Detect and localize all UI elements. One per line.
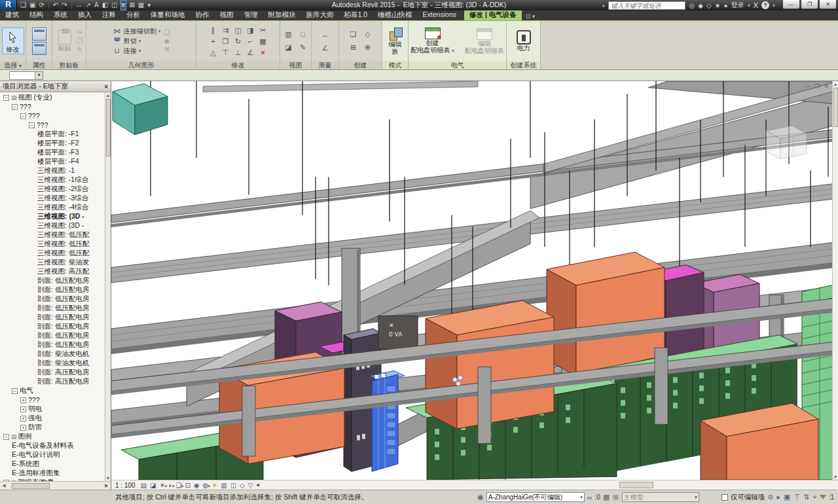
- tab-5[interactable]: 注释: [97, 10, 121, 20]
- show-crop-icon[interactable]: ⊡: [185, 481, 190, 490]
- tree-item[interactable]: 三维视图: 高压配: [0, 267, 105, 276]
- visibility-icon[interactable]: ▥: [282, 29, 295, 41]
- section-icon[interactable]: ◫: [111, 1, 118, 10]
- edit-panel-schedule-button[interactable]: 编辑 配电盘明细表: [462, 27, 507, 56]
- tree-item[interactable]: E-电气设备及材料表: [0, 441, 105, 450]
- tree-item[interactable]: −???: [0, 111, 105, 120]
- tree-item[interactable]: +强电: [0, 414, 105, 423]
- panel-label-create-systems[interactable]: 创建系统: [507, 61, 540, 69]
- view-3d-icon[interactable]: ◧: [101, 1, 109, 10]
- tree-item[interactable]: 楼层平面: -F4: [0, 157, 105, 166]
- match-type-icon[interactable]: ✎: [77, 46, 83, 53]
- panel-label-electrical[interactable]: 电气: [409, 61, 506, 69]
- search-icon[interactable]: ◎: [689, 2, 695, 9]
- tree-item[interactable]: E-选用标准图集: [0, 469, 105, 478]
- tree-item[interactable]: 剖面: 低压配电房: [0, 295, 105, 304]
- tree-item[interactable]: 剖面: 低压配电房: [0, 304, 105, 313]
- join-end-cut-button[interactable]: ⋈连接端切割▾: [113, 27, 161, 36]
- tab-11[interactable]: 附加模块: [263, 10, 301, 20]
- open-icon[interactable]: ❏: [20, 1, 27, 10]
- tab-4[interactable]: 插入: [73, 10, 97, 20]
- dimension-aligned-icon[interactable]: ∠: [322, 43, 329, 53]
- displace-icon[interactable]: ◇: [361, 29, 374, 41]
- active-workset-combo[interactable]: A-ZhangHaiGe(不可编辑)▾: [486, 492, 585, 502]
- switch-windows-icon[interactable]: ▦: [137, 1, 145, 10]
- delete-icon[interactable]: ×: [257, 47, 269, 58]
- tree-item[interactable]: 楼层平面: -F1: [0, 130, 105, 139]
- tree-item[interactable]: −▤图例: [0, 432, 105, 441]
- view-scale[interactable]: 1 : 100: [115, 482, 136, 489]
- tree-item[interactable]: E-系统图: [0, 459, 105, 469]
- view-minimize-icon[interactable]: —: [805, 83, 811, 90]
- tree-item[interactable]: 三维视图: -4综合: [0, 203, 105, 212]
- options-combo[interactable]: [9, 71, 43, 80]
- underlay-icon[interactable]: ⇅: [803, 493, 809, 501]
- brush-icon[interactable]: ✎: [297, 42, 310, 54]
- sync-icon[interactable]: ⟳: [38, 1, 45, 10]
- dimension-icon[interactable]: ↗: [85, 1, 92, 10]
- demolish-icon[interactable]: ⚒: [164, 46, 170, 53]
- collapse-icon[interactable]: −: [3, 434, 9, 440]
- temp-view-icon[interactable]: ◫: [230, 481, 236, 490]
- sign-in-dropdown-icon[interactable]: ▾: [748, 3, 750, 9]
- panel-label-mode[interactable]: 模式: [382, 61, 408, 69]
- tab-3[interactable]: 系统: [48, 10, 73, 20]
- join-line-icon[interactable]: ∠: [245, 47, 257, 58]
- reveal-hidden-icon[interactable]: ☀: [211, 481, 217, 490]
- create-panel-schedule-button[interactable]: ✱ 创建 配电盘明细表 ▾: [408, 26, 456, 56]
- rotate-icon[interactable]: ↻: [232, 36, 244, 46]
- tree-item[interactable]: 剖面: 低压配电房: [0, 331, 105, 340]
- detail-level-icon[interactable]: ▤: [141, 481, 147, 490]
- tree-item[interactable]: 楼层平面: -F3: [0, 148, 105, 157]
- tree-item[interactable]: 剖面: 低压配电房: [0, 276, 105, 285]
- measure-line-icon[interactable]: ↔: [321, 29, 329, 40]
- close-hidden-windows-icon[interactable]: ⊠: [128, 1, 135, 10]
- tree-item[interactable]: 剖面: 低压配电房: [0, 340, 105, 350]
- ribbon-display-toggle-icon[interactable]: ⊡ ▾: [522, 12, 539, 20]
- tree-item[interactable]: 三维视图: -1综合: [0, 175, 105, 185]
- mirror-icon[interactable]: ◫: [232, 25, 244, 35]
- panel-label-measure[interactable]: 测量: [312, 61, 338, 69]
- constraints-icon[interactable]: ▽: [248, 481, 253, 490]
- close-button[interactable]: ✕: [819, 0, 837, 9]
- array-icon[interactable]: ▦: [257, 36, 269, 46]
- tree-item[interactable]: 剖面: 低压配电房: [0, 313, 105, 322]
- drawing-area[interactable]: ✕ 0 VA: [111, 81, 838, 490]
- collapse-icon[interactable]: ◀: [256, 482, 259, 488]
- tree-item[interactable]: 三维视图: -1: [0, 166, 105, 175]
- restore-button[interactable]: ❐: [801, 0, 818, 9]
- revit-logo-icon[interactable]: R: [0, 0, 17, 10]
- sign-in-avatar-icon[interactable]: ●: [724, 2, 728, 9]
- browser-horizontal-scrollbar[interactable]: ◀ ▶: [0, 481, 111, 490]
- hide-icon[interactable]: □: [297, 29, 310, 41]
- join-geometry-button[interactable]: ⊔连接▾: [113, 46, 161, 56]
- panel-label-view[interactable]: 视图: [280, 61, 311, 69]
- move-icon[interactable]: +: [208, 36, 219, 46]
- tree-item[interactable]: E-电气设计说明: [0, 450, 105, 459]
- cut-geometry-button[interactable]: ◚剪切▾: [113, 37, 161, 46]
- component-icon[interactable]: ⊕: [361, 42, 374, 54]
- collapse-icon[interactable]: −: [12, 388, 18, 394]
- tab-10[interactable]: 管理: [239, 10, 263, 20]
- worksharing-icon[interactable]: ▥: [221, 481, 227, 490]
- help-icon[interactable]: ?: [761, 1, 769, 9]
- copy-icon[interactable]: ❐: [77, 37, 83, 45]
- tab-1[interactable]: 建筑: [0, 10, 24, 20]
- panel-label-select[interactable]: 选择 ▾: [0, 61, 26, 69]
- tree-item[interactable]: +防雷: [0, 423, 105, 432]
- copy-icon[interactable]: ❐: [220, 36, 232, 46]
- tab-15[interactable]: Extensions: [418, 10, 462, 20]
- tab-9[interactable]: 视图: [215, 10, 239, 20]
- infocenter-collapse-icon[interactable]: ▸: [602, 3, 605, 9]
- tree-item[interactable]: 三维视图: (3D -: [0, 221, 105, 230]
- tree-item[interactable]: 三维视图: 低压配: [0, 230, 105, 240]
- tab-2[interactable]: 结构: [24, 10, 48, 20]
- split-icon[interactable]: ✂: [257, 25, 269, 35]
- tab-7[interactable]: 体量和场地: [145, 10, 191, 20]
- tab-8[interactable]: 协作: [191, 10, 215, 20]
- tree-item[interactable]: 三维视图: (3D -: [0, 212, 105, 221]
- paste-button[interactable]: 粘贴: [56, 29, 74, 53]
- qat-customize-icon[interactable]: ▾: [147, 1, 151, 10]
- tree-item[interactable]: 剖面: 柴油发电机: [0, 350, 105, 359]
- visual-style-icon[interactable]: ◪: [150, 481, 156, 490]
